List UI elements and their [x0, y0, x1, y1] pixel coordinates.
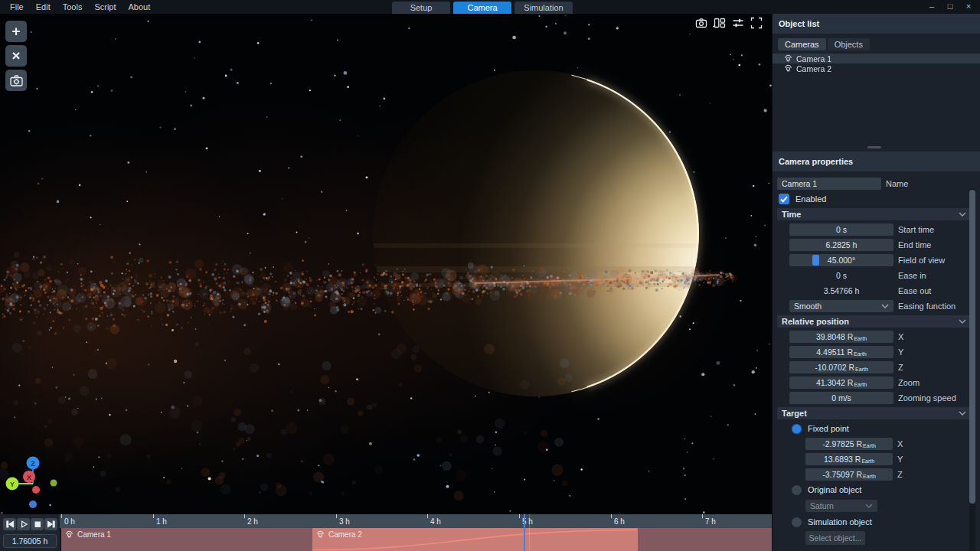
menu-script[interactable]: Script	[89, 1, 121, 13]
timeline-ruler[interactable]: 0 h 1 h 2 h 3 h 4 h 5 h 6 h 7 h	[60, 514, 772, 528]
select-object-button[interactable]: Select object...	[805, 531, 865, 545]
remove-button[interactable]: ×	[5, 45, 27, 67]
axis-neg-z-dot	[29, 500, 37, 508]
tab-objects[interactable]: Objects	[828, 38, 870, 51]
minimize-icon[interactable]: –	[925, 0, 939, 14]
enabled-checkbox[interactable]	[779, 194, 789, 204]
target-x-field[interactable]: -2.97825 REarth	[805, 438, 893, 450]
scrollbar-thumb[interactable]	[969, 190, 975, 504]
target-y-label: Y	[897, 455, 903, 464]
position-x-field[interactable]: 39.8048 REarth	[789, 331, 893, 343]
menu-bar: File Edit Tools Script About	[0, 1, 155, 13]
timeline-segment-label: Camera 1	[77, 530, 111, 539]
menu-tools[interactable]: Tools	[57, 1, 88, 13]
slider-handle[interactable]	[812, 255, 819, 266]
target-z-field[interactable]: -3.75097 REarth	[805, 468, 893, 481]
stop-icon	[33, 520, 42, 529]
original-object-radio[interactable]	[792, 485, 802, 495]
chevron-down-icon	[959, 212, 966, 217]
window-controls: – □ ×	[925, 0, 975, 14]
close-icon[interactable]: ×	[962, 0, 975, 14]
scrollbar-track[interactable]	[969, 188, 975, 551]
section-relative-position[interactable]: Relative position	[777, 315, 971, 328]
position-y-field[interactable]: 4.49511 REarth	[789, 346, 893, 358]
original-object-label: Original object	[808, 485, 861, 494]
maximize-icon[interactable]: □	[943, 0, 957, 14]
end-time-field[interactable]: 6.2825 h	[789, 239, 893, 251]
original-object-dropdown[interactable]: Saturn	[805, 500, 877, 512]
ease-in-value[interactable]: 0 s	[789, 271, 893, 280]
camera-properties-header: Camera properties	[773, 152, 980, 171]
axis-gizmo[interactable]: X Z Y	[0, 455, 70, 514]
zooming-speed-field[interactable]: 0 m/s	[789, 392, 893, 404]
axis-neg-y-dot	[51, 480, 57, 487]
tab-camera[interactable]: Camera	[453, 2, 511, 14]
section-time-label: Time	[782, 210, 801, 219]
menu-file[interactable]: File	[5, 1, 29, 13]
play-button[interactable]	[17, 518, 30, 530]
camera-properties-panel: Camera properties Name Enabled Time	[773, 152, 980, 548]
split-view-button[interactable]	[714, 17, 726, 29]
ruler-tick-label: 4 h	[430, 517, 441, 526]
menu-edit[interactable]: Edit	[31, 1, 56, 13]
tab-setup[interactable]: Setup	[392, 2, 450, 14]
screenshot-button[interactable]	[695, 17, 707, 29]
skip-start-button[interactable]	[3, 518, 16, 530]
panel-resize-handle[interactable]	[867, 146, 881, 148]
ruler-tick-label: 1 h	[156, 517, 167, 526]
start-time-field[interactable]: 0 s	[789, 223, 893, 236]
target-y-field[interactable]: 13.6893 REarth	[805, 453, 893, 465]
axis-y-label: Y	[10, 481, 15, 488]
timeline-segment-camera-1[interactable]: Camera 1	[61, 528, 312, 551]
viewport-3d[interactable]: + ×	[0, 14, 772, 514]
section-relative-position-label: Relative position	[782, 317, 849, 326]
easing-function-label: Easing function	[898, 302, 956, 311]
skip-end-icon	[47, 520, 56, 529]
section-target[interactable]: Target	[777, 407, 971, 419]
camera-icon	[65, 530, 74, 539]
fixed-point-radio[interactable]	[792, 424, 802, 434]
ease-out-value[interactable]: 3.54766 h	[789, 286, 893, 295]
playhead[interactable]	[524, 514, 525, 551]
start-time-label: Start time	[898, 225, 934, 234]
position-y-label: Y	[898, 347, 903, 357]
section-time[interactable]: Time	[777, 208, 971, 220]
name-input[interactable]	[777, 178, 881, 190]
easing-function-dropdown[interactable]: Smooth	[789, 300, 893, 312]
space-scene[interactable]	[0, 14, 772, 514]
zooming-speed-label: Zooming speed	[898, 393, 956, 403]
transport-panel: 1.76005 h	[0, 514, 60, 551]
add-button[interactable]: +	[5, 21, 27, 42]
timeline-segment-tail[interactable]	[638, 528, 772, 551]
enabled-label: Enabled	[795, 194, 826, 204]
screenshot-icon	[695, 17, 707, 29]
play-icon	[19, 520, 28, 529]
skip-end-button[interactable]	[44, 518, 57, 530]
zoom-field[interactable]: 41.3042 REarth	[789, 377, 893, 389]
camera-settings-icon	[9, 73, 24, 88]
menu-about[interactable]: About	[123, 1, 156, 13]
camera-icon	[784, 64, 792, 73]
timeline-marker-line	[529, 514, 530, 551]
easing-curve	[312, 528, 638, 551]
stop-button[interactable]	[31, 518, 44, 530]
ruler-tick-label: 0 h	[64, 517, 75, 526]
adjustments-button[interactable]	[732, 17, 744, 29]
list-item-camera-1[interactable]: Camera 1	[773, 54, 980, 64]
timeline: Camera 1 Camera 2 0 h 1 h 2 h 3 h 4 h 5 …	[0, 514, 772, 551]
position-z-field[interactable]: -10.0702 REarth	[789, 361, 893, 373]
ruler-tick-label: 2 h	[247, 517, 258, 526]
viewport-corner-icons	[695, 17, 763, 29]
tab-cameras[interactable]: Cameras	[778, 38, 826, 51]
list-item-camera-2[interactable]: Camera 2	[773, 64, 980, 73]
chevron-down-icon	[865, 504, 873, 508]
section-target-label: Target	[782, 409, 807, 418]
field-of-view-slider[interactable]: 45.000°	[789, 254, 893, 266]
simulation-object-radio[interactable]	[792, 517, 802, 527]
chevron-down-icon	[959, 411, 966, 416]
fullscreen-button[interactable]	[750, 17, 763, 29]
list-item-label: Camera 2	[796, 64, 831, 73]
tab-simulation[interactable]: Simulation	[514, 2, 573, 14]
current-time-field[interactable]: 1.76005 h	[3, 534, 57, 548]
camera-settings-button[interactable]	[5, 70, 27, 91]
